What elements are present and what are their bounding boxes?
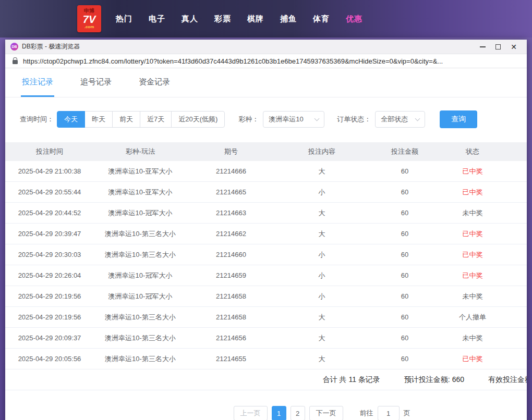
nav-item-2[interactable]: 电子 — [149, 11, 165, 27]
lottery-select[interactable]: 澳洲幸运10 — [263, 111, 324, 128]
next-page-button[interactable]: 下一页 — [309, 406, 343, 420]
cell-play: 澳洲幸运10-第三名大小 — [94, 333, 187, 343]
lottery-filter-label: 彩种： — [238, 115, 259, 124]
cell-play: 澳洲幸运10-第三名大小 — [94, 229, 187, 239]
summary-total: 合计 共 11 条记录 — [323, 375, 380, 385]
search-button[interactable]: 查询 — [440, 110, 477, 128]
site-logo[interactable]: 申博 7V .com — [77, 5, 101, 32]
cell-issue: 21214666 — [187, 167, 275, 175]
cell-content: 大 — [275, 208, 368, 218]
tab-2[interactable]: 追号记录 — [79, 68, 113, 97]
filter-bar: 查询时间： 今天昨天前天近7天近20天(低频) 彩种： 澳洲幸运10 订单状态：… — [20, 110, 527, 129]
column-header: 投注时间 — [5, 147, 94, 156]
cell-play: 澳洲幸运10-冠军大小 — [94, 292, 187, 301]
pagination: 上一页 12 下一页 前往 页 — [5, 406, 527, 420]
summary-valid-amount: 有效投注金额 — [488, 375, 527, 385]
chevron-down-icon — [415, 116, 420, 121]
logo-sub-text: .com — [84, 25, 94, 29]
window-titlebar: DB DB彩票 - 极速浏览器 ✕ — [5, 40, 527, 54]
cell-amount: 60 — [368, 271, 441, 279]
cell-status: 未中奖 — [441, 333, 504, 343]
time-filter-3[interactable]: 前天 — [112, 111, 140, 128]
table-row: 2025-04-29 20:19:56澳洲幸运10-冠军大小21214658小6… — [5, 286, 527, 307]
page-button-1[interactable]: 1 — [272, 406, 286, 420]
cell-content: 大 — [275, 167, 368, 176]
cell-status: 已中奖 — [441, 271, 504, 280]
cell-time: 2025-04-29 20:39:47 — [5, 230, 94, 238]
minimize-icon — [480, 46, 486, 47]
column-header: 状态 — [441, 147, 504, 156]
goto-page-suffix: 页 — [404, 409, 410, 418]
cell-amount: 60 — [368, 167, 441, 175]
nav-item-3[interactable]: 真人 — [182, 11, 198, 27]
goto-page-input[interactable] — [378, 406, 400, 420]
cell-play: 澳洲幸运10-亚军大小 — [94, 188, 187, 197]
column-header: 投注内容 — [275, 147, 368, 156]
order-status-select[interactable]: 全部状态 — [375, 111, 425, 128]
records-table: 投注时间彩种-玩法期号投注内容投注金额状态 2025-04-29 21:00:3… — [5, 142, 527, 369]
minimize-button[interactable] — [475, 41, 490, 53]
column-header: 期号 — [187, 147, 275, 156]
page-button-2[interactable]: 2 — [291, 406, 305, 420]
summary-expected-amount: 预计投注金额: 660 — [404, 375, 464, 385]
cell-play: 澳洲幸运10-冠军大小 — [94, 208, 187, 218]
nav-item-4[interactable]: 彩票 — [214, 11, 231, 27]
cell-play: 澳洲幸运10-亚军大小 — [94, 167, 187, 176]
summary-bar: 合计 共 11 条记录 预计投注金额: 660 有效投注金额 — [5, 369, 527, 390]
chevron-down-icon — [315, 116, 320, 121]
cell-time: 2025-04-29 20:30:03 — [5, 251, 94, 258]
table-row: 2025-04-29 20:09:37澳洲幸运10-第三名大小21214656大… — [5, 328, 527, 349]
window-title: DB彩票 - 极速浏览器 — [22, 42, 80, 51]
nav-item-5[interactable]: 棋牌 — [247, 11, 264, 27]
table-body: 2025-04-29 21:00:38澳洲幸运10-亚军大小21214666大6… — [5, 161, 527, 369]
tab-1[interactable]: 投注记录 — [21, 68, 54, 97]
time-filter-5[interactable]: 近20天(低频) — [171, 111, 225, 128]
time-filter-2[interactable]: 昨天 — [84, 111, 113, 128]
cell-content: 大 — [275, 313, 368, 322]
nav-item-7[interactable]: 体育 — [313, 11, 330, 27]
table-row: 2025-04-29 20:19:56澳洲幸运10-第三名大小21214658大… — [5, 307, 527, 328]
url-bar[interactable]: https://ctop02pchwp1.zfnc84.com/lottery/… — [5, 54, 527, 68]
cell-content: 大 — [275, 229, 368, 239]
nav-item-1[interactable]: 热门 — [116, 11, 132, 27]
time-filter-4[interactable]: 近7天 — [140, 111, 172, 128]
tabs: 投注记录追号记录资金记录 — [5, 68, 527, 97]
prev-page-button[interactable]: 上一页 — [234, 406, 268, 420]
cell-issue: 21214665 — [187, 188, 275, 196]
cell-amount: 60 — [368, 334, 441, 342]
table-row: 2025-04-29 21:00:38澳洲幸运10-亚军大小21214666大6… — [5, 161, 527, 182]
cell-time: 2025-04-29 20:09:37 — [5, 334, 94, 342]
nav-item-8[interactable]: 优惠 — [346, 11, 362, 27]
cell-status: 未中奖 — [441, 292, 504, 301]
page-content: 投注记录追号记录资金记录 查询时间： 今天昨天前天近7天近20天(低频) 彩种：… — [5, 68, 527, 420]
maximize-icon — [495, 44, 501, 50]
logo-main-text: 7V — [83, 14, 95, 24]
cell-content: 大 — [275, 354, 368, 364]
nav-item-6[interactable]: 捕鱼 — [280, 11, 297, 27]
cell-amount: 60 — [368, 209, 441, 217]
page-numbers: 12 — [270, 406, 307, 420]
top-nav-items: 热门电子真人彩票棋牌捕鱼体育优惠 — [116, 11, 379, 27]
cell-time: 2025-04-29 20:19:56 — [5, 292, 94, 300]
column-header: 投注金额 — [368, 147, 441, 156]
table-row: 2025-04-29 20:26:04澳洲幸运10-冠军大小21214659小6… — [5, 265, 527, 286]
browser-window: DB DB彩票 - 极速浏览器 ✕ https://ctop02pchwp1.z… — [5, 40, 527, 420]
time-filter-1[interactable]: 今天 — [57, 111, 85, 128]
cell-issue: 21214658 — [187, 292, 275, 300]
cell-time: 2025-04-29 20:26:04 — [5, 271, 94, 279]
maximize-button[interactable] — [490, 41, 506, 53]
table-row: 2025-04-29 20:44:52澳洲幸运10-冠军大小21214663大6… — [5, 203, 527, 224]
tab-3[interactable]: 资金记录 — [138, 68, 171, 97]
cell-play: 澳洲幸运10-第三名大小 — [94, 354, 187, 364]
close-button[interactable]: ✕ — [506, 41, 522, 53]
top-nav: 申博 7V .com 热门电子真人彩票棋牌捕鱼体育优惠 — [0, 0, 532, 38]
time-filter-group: 今天昨天前天近7天近20天(低频) — [57, 111, 225, 128]
lottery-select-value: 澳洲幸运10 — [269, 115, 303, 124]
table-row: 2025-04-29 20:55:44澳洲幸运10-亚军大小21214665小6… — [5, 182, 527, 203]
cell-time: 2025-04-29 20:44:52 — [5, 209, 94, 217]
cell-status: 已中奖 — [441, 167, 504, 176]
cell-amount: 60 — [368, 313, 441, 321]
url-text[interactable]: https://ctop02pchwp1.zfnc84.com/lottery/… — [23, 57, 443, 65]
cell-status: 未中奖 — [441, 208, 504, 218]
cell-issue: 21214658 — [187, 313, 275, 321]
